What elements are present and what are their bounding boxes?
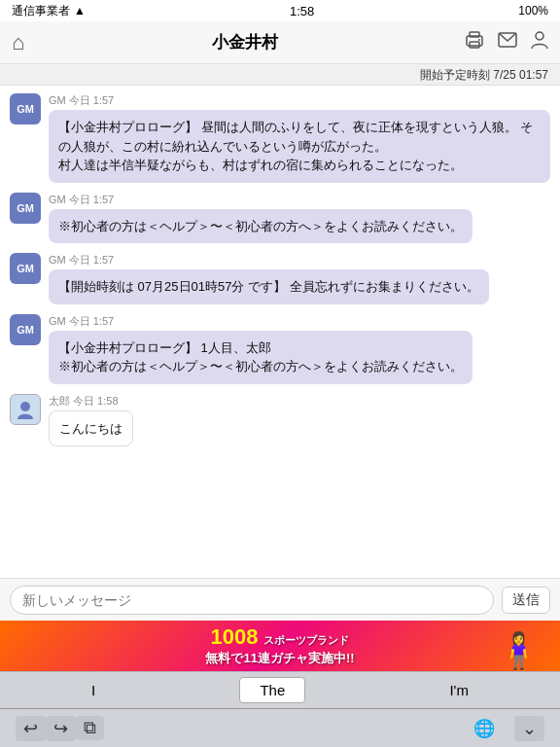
ad-figure-icon: 🧍‍♀️ [497,630,541,671]
suggest-word-3[interactable]: I'm [430,678,488,702]
nav-actions [465,30,548,54]
carrier-info: 通信事業者 ▲ [12,3,86,19]
message-meta: 太郎 今日 1:58 [49,394,550,409]
status-bar: 通信事業者 ▲ 1:58 100% [0,0,560,21]
message-bubble: ※初心者の方は＜ヘルプ＞〜＜初心者の方へ＞をよくお読みください。 [49,209,472,244]
message-content: GM 今日 1:57※初心者の方は＜ヘルプ＞〜＜初心者の方へ＞をよくお読みくださ… [49,193,550,244]
message-content: GM 今日 1:57【小金井村プロローグ】 昼間は人間のふりをして、夜に正体を現… [49,93,550,183]
start-time-label: 開始予定時刻 7/25 01:57 [420,68,548,82]
mail-icon[interactable] [498,32,517,53]
message-content: 太郎 今日 1:58こんにちは [49,394,550,447]
svg-point-3 [478,39,480,41]
svg-rect-1 [470,32,479,37]
message-content: GM 今日 1:57【小金井村プロローグ】 1人目、太郎 ※初心者の方は＜ヘルプ… [49,314,550,384]
redo-button[interactable]: ↪ [46,716,76,741]
nav-title: 小金井村 [212,31,278,53]
print-icon[interactable] [465,31,484,53]
message-row: GMGM 今日 1:57【小金井村プロローグ】 昼間は人間のふりをして、夜に正体… [10,93,550,183]
send-button[interactable]: 送信 [502,587,550,614]
keyboard-nav-bar: ↩ ↪ ⧉ 🌐 ⌄ [0,708,560,747]
ad-text: スポーツブランド [263,633,349,648]
message-input[interactable] [10,586,494,615]
message-meta: GM 今日 1:57 [49,93,550,108]
message-content: GM 今日 1:57【開始時刻は 07月25日01時57分 です】 全員忘れずに… [49,253,550,304]
suggest-word-1[interactable]: I [72,678,115,702]
message-row: GMGM 今日 1:57【開始時刻は 07月25日01時57分 です】 全員忘れ… [10,253,550,304]
gm-avatar: GM [10,193,41,224]
globe-icon[interactable]: 🌐 [473,718,495,739]
svg-point-5 [536,32,543,40]
message-meta: GM 今日 1:57 [49,314,550,329]
gm-avatar: GM [10,253,41,284]
message-list[interactable]: GMGM 今日 1:57【小金井村プロローグ】 昼間は人間のふりをして、夜に正体… [0,86,560,578]
message-row: GMGM 今日 1:57※初心者の方は＜ヘルプ＞〜＜初心者の方へ＞をよくお読みく… [10,193,550,244]
message-bubble: こんにちは [49,410,133,447]
battery-label: 100% [518,4,548,18]
user-avatar [10,394,41,425]
ad-banner[interactable]: 1008 スポーツブランド 無料で11連ガチャ実施中!! 🧍‍♀️ [0,621,560,671]
message-bubble: 【小金井村プロローグ】 昼間は人間のふりをして、夜に正体を現すという人狼。 その… [49,110,550,183]
ad-number: 1008 [211,624,259,650]
carrier-label: 通信事業者 [12,3,70,19]
status-time: 1:58 [290,4,314,18]
nav-bar: ⌂ 小金井村 [0,21,560,64]
message-row: 太郎 今日 1:58こんにちは [10,394,550,447]
message-meta: GM 今日 1:57 [49,253,550,267]
person-icon[interactable] [531,30,548,54]
undo-button[interactable]: ↩ [16,716,46,741]
gm-avatar: GM [10,93,41,124]
copy-button[interactable]: ⧉ [76,716,104,740]
svg-point-6 [20,402,30,411]
input-bar: 送信 [0,578,560,621]
svg-rect-2 [470,42,479,48]
gm-avatar: GM [10,314,41,345]
suggest-word-2[interactable]: The [239,677,305,703]
message-meta: GM 今日 1:57 [49,193,550,207]
home-icon[interactable]: ⌂ [12,30,24,55]
ad-sub-text: 無料で11連ガチャ実施中!! [205,650,354,667]
message-bubble: 【小金井村プロローグ】 1人目、太郎 ※初心者の方は＜ヘルプ＞〜＜初心者の方へ＞… [49,331,472,384]
keyboard-suggest-bar: I The I'm [0,671,560,708]
sub-header: 開始予定時刻 7/25 01:57 [0,64,560,86]
wifi-icon: ▲ [74,4,86,18]
message-bubble: 【開始時刻は 07月25日01時57分 です】 全員忘れずにお集まりください。 [49,269,489,304]
message-row: GMGM 今日 1:57【小金井村プロローグ】 1人目、太郎 ※初心者の方は＜ヘ… [10,314,550,384]
chevron-down-icon[interactable]: ⌄ [514,716,544,741]
